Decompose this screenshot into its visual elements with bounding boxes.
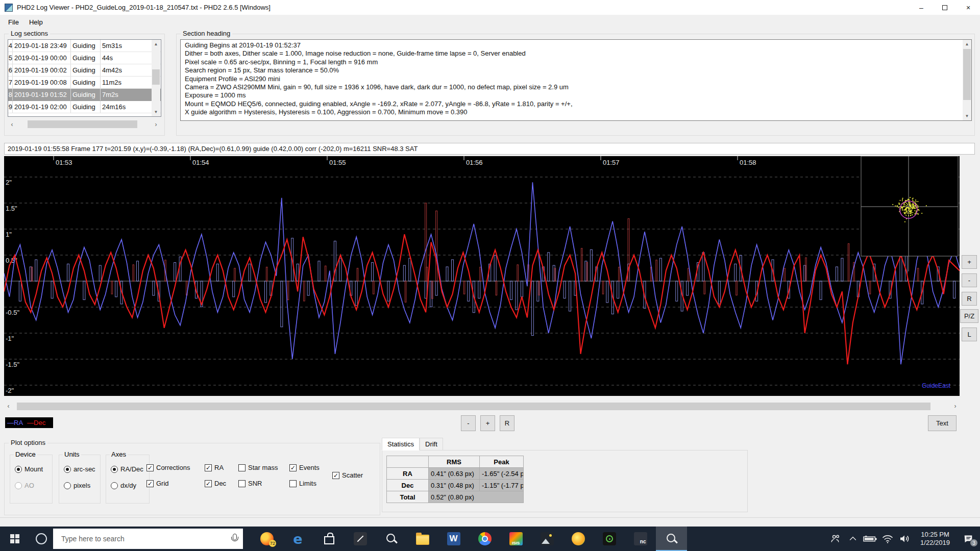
checkbox-grid[interactable]: ✓Grid — [146, 480, 169, 487]
badge: 72 — [269, 540, 276, 547]
guide-chart[interactable]: 2"1.5"1"0.5"-0.5"-1"-1.5"-2"01:5301:5401… — [4, 156, 960, 396]
log-list-horizontal-scrollbar[interactable]: ‹ › — [8, 120, 160, 129]
tab-statistics[interactable]: Statistics — [382, 438, 420, 450]
heading-vertical-scrollbar[interactable]: ▲ ▼ — [963, 40, 971, 120]
heading-line: Mount = EQMOD HEQ5/6, connected, guiding… — [185, 100, 967, 108]
chevron-up-icon[interactable] — [844, 527, 862, 551]
hzoom-in-button[interactable]: + — [480, 415, 495, 431]
scroll-up-icon[interactable]: ▲ — [152, 40, 160, 48]
taskbar-photos-icon[interactable] — [531, 527, 562, 551]
microphone-icon[interactable] — [231, 534, 238, 544]
log-section-row[interactable]: 9 2019-01-19 02:00 Guiding 24m16s — [8, 101, 161, 113]
radio-units-arc-sec[interactable]: arc-sec — [64, 465, 95, 473]
window-title: PHD2 Log Viewer - PHD2_GuideLog_2019-01-… — [17, 4, 271, 11]
svg-text:-1": -1" — [6, 335, 14, 342]
taskbar-pen-tool-icon[interactable] — [345, 527, 376, 551]
taskbar-isis-icon[interactable]: ISIS — [500, 527, 531, 551]
checkbox-dec[interactable]: ✓Dec — [205, 480, 226, 487]
taskbar-store-icon[interactable] — [313, 527, 345, 551]
taskbar-file-explorer-icon[interactable] — [407, 527, 438, 551]
scroll-right-icon[interactable]: › — [152, 120, 160, 129]
taskbar-search-box[interactable]: Type here to search — [53, 529, 243, 549]
radio-axes-dx-dy[interactable]: dx/dy — [111, 482, 136, 489]
radio-units-pixels[interactable]: pixels — [64, 482, 90, 489]
taskbar-chrome-icon[interactable] — [469, 527, 500, 551]
scroll-left-icon[interactable]: ‹ — [4, 402, 13, 411]
log-list-vertical-scrollbar[interactable]: ▲ ▼ — [152, 40, 160, 116]
radio-device-ao[interactable]: AO — [15, 482, 34, 489]
radio-device-mount[interactable]: Mount — [15, 465, 43, 473]
radio-axes-ra-dec[interactable]: RA/Dec — [111, 465, 143, 473]
checkbox-events[interactable]: ✓Events — [289, 464, 320, 471]
log-section-row[interactable]: 8 2019-01-19 01:52 Guiding 7m2s — [8, 89, 161, 101]
search-placeholder: Type here to search — [61, 535, 231, 543]
taskbar-clock[interactable]: 10:25 PM 1/22/2019 — [914, 531, 957, 547]
scroll-down-icon[interactable]: ▼ — [963, 112, 971, 120]
chart-legend: —RA —Dec — [5, 417, 53, 428]
taskbar-firefox-icon[interactable]: 72 — [251, 527, 282, 551]
log-section-row[interactable]: 6 2019-01-19 00:02 Guiding 4m42s — [8, 64, 161, 77]
people-icon[interactable] — [827, 527, 844, 551]
log-section-row[interactable]: 5 2019-01-19 00:00 Guiding 44s — [8, 52, 161, 64]
taskbar-capture-app-icon[interactable]: nc — [625, 527, 656, 551]
legend-ra: —RA — [7, 419, 23, 427]
heading-line: Search region = 15 px, Star mass toleran… — [185, 66, 967, 74]
taskbar-word-icon[interactable]: W — [438, 527, 469, 551]
scroll-thumb[interactable] — [28, 120, 137, 128]
section-heading-text[interactable]: Guiding Begins at 2019-01-19 01:52:37Dit… — [180, 39, 972, 121]
taskbar-phd2-icon[interactable] — [594, 527, 625, 551]
lock-button[interactable]: L — [962, 328, 977, 341]
svg-text:01:57: 01:57 — [603, 159, 620, 166]
pan-zoom-button[interactable]: P/Z — [960, 309, 978, 323]
checkbox-corrections[interactable]: ✓Corrections — [146, 464, 190, 471]
taskbar-edge-icon[interactable]: e — [282, 527, 313, 551]
checkbox-scatter[interactable]: ✓Scatter — [332, 471, 363, 479]
wifi-icon[interactable] — [879, 527, 896, 551]
svg-text:01:56: 01:56 — [466, 159, 483, 166]
scroll-left-icon[interactable]: ‹ — [8, 120, 16, 129]
scroll-up-icon[interactable]: ▲ — [963, 40, 971, 48]
checkbox-snr[interactable]: SNR — [238, 480, 262, 487]
stats-row: RA0.41" (0.63 px)-1.65" (-2.54 px) — [387, 468, 524, 480]
menu-file[interactable]: File — [4, 17, 23, 28]
svg-text:01:53: 01:53 — [56, 159, 72, 166]
log-section-row[interactable]: 7 2019-01-19 00:08 Guiding 11m2s — [8, 77, 161, 89]
scroll-right-icon[interactable]: › — [951, 402, 960, 411]
stats-row: Total0.52" (0.80 px) — [387, 491, 524, 503]
close-button[interactable]: × — [957, 0, 980, 15]
chart-horizontal-scrollbar[interactable]: ‹ › — [4, 402, 960, 411]
battery-icon[interactable] — [862, 527, 879, 551]
taskbar-imaging-app-icon[interactable] — [562, 527, 594, 551]
taskbar-phd2-log-viewer-icon[interactable] — [656, 527, 687, 551]
tab-drift[interactable]: Drift — [420, 438, 443, 450]
taskbar-magnifier-app-icon[interactable] — [376, 527, 407, 551]
axes-group: Axes RA/Dec dx/dy — [106, 455, 150, 504]
checkbox-ra[interactable]: ✓RA — [205, 464, 224, 471]
scroll-thumb[interactable] — [17, 403, 930, 410]
statistics-panel: Statistics Drift RMSPeakRA0.41" (0.63 px… — [382, 438, 748, 514]
section-heading-group: Section heading Guiding Begins at 2019-0… — [176, 34, 975, 136]
checkbox-limits[interactable]: Limits — [289, 480, 316, 487]
checkbox-star-mass[interactable]: Star mass — [238, 464, 278, 471]
text-view-button[interactable]: Text — [928, 415, 957, 431]
log-sections-list[interactable]: 4 2019-01-18 23:49 Guiding 5m31s 5 2019-… — [8, 39, 161, 117]
zoom-in-button[interactable]: + — [962, 255, 977, 269]
start-button[interactable] — [0, 527, 30, 551]
zoom-out-button[interactable]: - — [962, 273, 977, 287]
scroll-down-icon[interactable]: ▼ — [152, 108, 160, 116]
hzoom-out-button[interactable]: - — [461, 415, 476, 431]
log-sections-group: Log sections 4 2019-01-18 23:49 Guiding … — [4, 34, 165, 136]
legend-dec: —Dec — [27, 419, 45, 427]
cortana-button[interactable] — [30, 527, 53, 551]
scroll-thumb[interactable] — [963, 49, 971, 100]
hreset-button[interactable]: R — [500, 415, 514, 431]
minimize-button[interactable]: – — [910, 0, 933, 15]
scroll-thumb[interactable] — [152, 69, 160, 85]
speaker-icon[interactable] — [896, 527, 914, 551]
maximize-button[interactable] — [933, 0, 957, 15]
action-center-button[interactable]: 3 — [957, 527, 980, 551]
statistics-tab-page: RMSPeakRA0.41" (0.63 px)-1.65" (-2.54 px… — [382, 450, 748, 512]
log-section-row[interactable]: 4 2019-01-18 23:49 Guiding 5m31s — [8, 40, 161, 52]
reset-view-button[interactable]: R — [962, 292, 977, 306]
menu-help[interactable]: Help — [25, 17, 47, 28]
